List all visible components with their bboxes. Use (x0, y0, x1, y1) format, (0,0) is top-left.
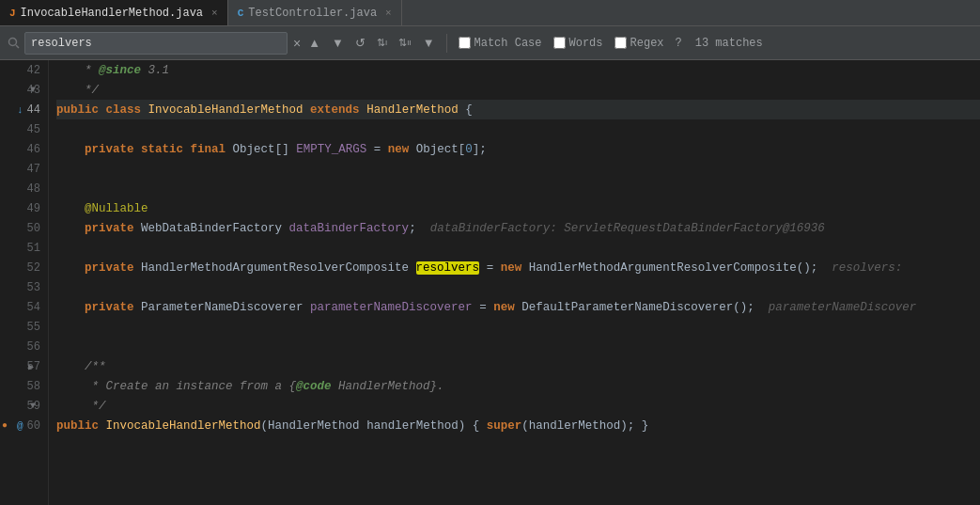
line-num-56: 56 (0, 337, 48, 356)
regex-label: Regex (630, 37, 664, 50)
search-prev-button[interactable]: ▲ (304, 34, 324, 52)
code-line-58: * Create an instance from a {@code Handl… (56, 376, 980, 396)
code-line-47 (56, 159, 980, 179)
line-num-59: ▼ 59 (0, 396, 48, 416)
line-num-51: 51 (0, 238, 48, 258)
tab-invocable-label: InvocableHandlerMethod.java (21, 7, 203, 20)
tab-bar: J InvocableHandlerMethod.java × C TestCo… (0, 0, 980, 26)
tab-invocable[interactable]: J InvocableHandlerMethod.java × (0, 0, 228, 25)
line-num-46: 46 (0, 139, 48, 159)
match-case-option[interactable]: Match Case (455, 35, 546, 52)
line-num-45: 45 (0, 119, 48, 139)
line-num-49: 49 (0, 198, 48, 218)
search-icon (6, 37, 21, 49)
code-line-54: private ParameterNameDiscoverer paramete… (56, 297, 980, 317)
search-matches-count: 13 matches (695, 37, 763, 50)
code-line-60: public InvocableHandlerMethod(HandlerMet… (56, 416, 980, 435)
code-line-55 (56, 317, 980, 337)
line-num-57: ▶ 57 (0, 356, 48, 376)
line-num-44: ↓ 44 (0, 100, 48, 119)
tab-test-label: TestController.java (248, 7, 377, 20)
code-line-45 (56, 119, 980, 139)
line-num-60: ● @ 60 (0, 416, 48, 435)
match-case-checkbox[interactable] (459, 37, 471, 49)
code-line-50: private WebDataBinderFactory dataBinderF… (56, 218, 980, 238)
search-multiline2-button[interactable]: ⇅II (395, 35, 414, 51)
code-line-46: private static final Object[] EMPTY_ARGS… (56, 139, 980, 159)
code-line-44: public class InvocableHandlerMethod exte… (56, 100, 980, 119)
code-line-51 (56, 238, 980, 258)
regex-option[interactable]: Regex (611, 35, 668, 52)
line-num-42: 42 (0, 60, 48, 80)
line-num-54: 54 (0, 297, 48, 317)
tab-test[interactable]: C TestController.java × (228, 0, 402, 25)
search-filter-button[interactable]: ▼ (419, 34, 439, 52)
line-num-50: 50 (0, 218, 48, 238)
search-multiline1-button[interactable]: ⇅I (373, 35, 391, 51)
regex-checkbox[interactable] (614, 37, 627, 49)
svg-point-0 (8, 39, 16, 46)
c-icon: C (238, 8, 244, 19)
code-line-48 (56, 179, 980, 198)
search-separator (446, 34, 447, 53)
line-num-55: 55 (0, 317, 48, 337)
line-num-43: ▼ 43 (0, 80, 48, 100)
tab-test-close[interactable]: × (385, 8, 392, 19)
code-line-57: /** (56, 356, 980, 376)
line-num-47: 47 (0, 159, 48, 179)
search-refresh-button[interactable]: ↺ (351, 34, 369, 52)
java-icon: J (9, 8, 16, 19)
line-num-58: 58 (0, 376, 48, 396)
code-line-53 (56, 277, 980, 297)
line-num-52: 52 (0, 258, 48, 277)
code-line-43: */ (56, 80, 980, 100)
words-label: Words (569, 37, 603, 50)
line-num-48: 48 (0, 179, 48, 198)
match-case-label: Match Case (474, 37, 542, 50)
line-num-53: 53 (0, 277, 48, 297)
search-help-button[interactable]: ? (672, 35, 686, 52)
code-line-42: * @since 3.1 (56, 60, 980, 80)
code-line-52: private HandlerMethodArgumentResolverCom… (56, 258, 980, 277)
search-clear-button[interactable]: × (293, 36, 301, 51)
code-area: 42 ▼ 43 ↓ 44 45 46 47 48 49 50 51 52 53 … (0, 60, 980, 505)
line-numbers: 42 ▼ 43 ↓ 44 45 46 47 48 49 50 51 52 53 … (0, 60, 49, 505)
code-line-49: @Nullable (56, 198, 980, 218)
words-option[interactable]: Words (550, 35, 607, 52)
tab-invocable-close[interactable]: × (211, 8, 218, 19)
code-content: * @since 3.1 */ public class InvocableHa… (49, 60, 980, 505)
search-input[interactable] (24, 32, 288, 55)
words-checkbox[interactable] (553, 37, 566, 49)
search-next-button[interactable]: ▼ (328, 34, 348, 52)
svg-line-1 (16, 45, 19, 48)
search-bar: × ▲ ▼ ↺ ⇅I ⇅II ▼ Match Case Words Regex … (0, 26, 980, 60)
code-line-56 (56, 337, 980, 356)
code-line-59: */ (56, 396, 980, 416)
